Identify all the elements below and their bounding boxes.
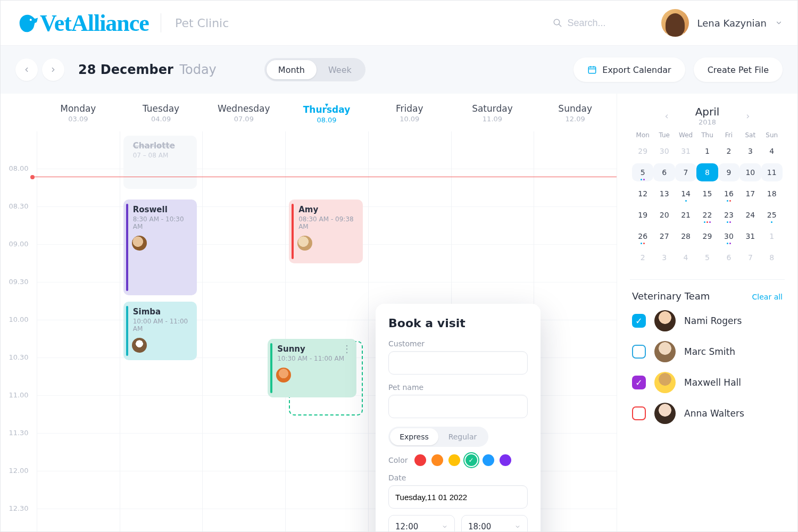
mini-cal-day[interactable]: 31 <box>739 227 761 245</box>
mini-cal-day[interactable]: 11 <box>761 163 783 181</box>
mini-cal-day[interactable]: 30 <box>653 142 675 160</box>
event-simba[interactable]: Simba10:00 AM - 11:00 AM <box>123 302 197 360</box>
event-amy[interactable]: Amy08:30 AM - 09:38 AM <box>289 200 363 263</box>
mini-cal-day[interactable]: 22 <box>696 206 718 224</box>
mini-cal-day[interactable]: 3 <box>653 248 675 267</box>
team-checkbox[interactable] <box>632 345 646 359</box>
mini-cal-day[interactable]: 21 <box>675 206 696 224</box>
mini-cal-day[interactable]: 31 <box>675 142 696 160</box>
mini-cal-day[interactable]: 26 <box>632 227 653 245</box>
mini-cal-day[interactable]: 2 <box>718 142 739 160</box>
prev-button[interactable] <box>15 59 38 81</box>
day-column-header[interactable]: Monday03.09 <box>37 94 120 131</box>
mini-cal-day[interactable]: 20 <box>653 206 675 224</box>
petname-input[interactable] <box>388 395 528 418</box>
mini-cal-day[interactable]: 6 <box>718 248 739 267</box>
mini-cal-next[interactable]: › <box>746 110 750 121</box>
dog-icon <box>15 11 40 35</box>
mini-cal-day[interactable]: 16 <box>718 185 739 203</box>
mini-cal-day[interactable]: 29 <box>696 227 718 245</box>
color-red[interactable] <box>414 454 426 466</box>
day-column-header[interactable]: Wednesday07.09 <box>202 94 285 131</box>
day-column[interactable]: Charlotte07 – 08 AMRoswell8:30 AM - 10:3… <box>120 131 203 532</box>
team-member: Maxwell Hall <box>632 372 783 393</box>
color-blue[interactable] <box>483 454 494 466</box>
event-roswell[interactable]: Roswell8:30 AM - 10:30 AM <box>123 200 197 295</box>
create-pet-file-button[interactable]: Create Pet File <box>694 57 783 82</box>
color-yellow[interactable] <box>448 454 460 466</box>
team-checkbox[interactable] <box>632 406 646 420</box>
mini-cal-day[interactable]: 6 <box>653 163 675 181</box>
team-checkbox[interactable] <box>632 376 646 389</box>
mini-cal-day[interactable]: 19 <box>632 206 653 224</box>
mini-cal-day[interactable]: 8 <box>696 163 718 181</box>
mini-cal-day[interactable]: 8 <box>761 248 783 267</box>
mini-cal-prev[interactable]: ‹ <box>664 110 668 121</box>
day-column[interactable] <box>202 131 285 532</box>
mini-cal-day[interactable]: 13 <box>653 185 675 203</box>
divider <box>630 279 785 280</box>
event-charlotte[interactable]: Charlotte07 – 08 AM <box>123 136 197 189</box>
mini-cal-day[interactable]: 27 <box>653 227 675 245</box>
mini-cal-day[interactable]: 15 <box>696 185 718 203</box>
mini-cal-day[interactable]: 1 <box>761 227 783 245</box>
date-input[interactable] <box>388 485 528 509</box>
mini-cal-day[interactable]: 24 <box>739 206 761 224</box>
next-button[interactable] <box>42 59 64 81</box>
day-column[interactable] <box>37 131 120 532</box>
export-calendar-button[interactable]: Export Calendar <box>573 57 685 82</box>
mini-cal-day[interactable]: 12 <box>632 185 653 203</box>
mini-cal-year: 2018 <box>695 118 720 126</box>
mini-cal-day[interactable]: 10 <box>739 163 761 181</box>
view-week[interactable]: Week <box>317 60 363 79</box>
visit-type-regular[interactable]: Regular <box>438 428 487 445</box>
time-to-select[interactable]: 18:00 <box>461 515 528 532</box>
day-column-header[interactable]: Tuesday04.09 <box>120 94 203 131</box>
day-column-header[interactable]: Friday10.09 <box>368 94 451 131</box>
mini-cal-day[interactable]: 9 <box>718 163 739 181</box>
mini-cal-day[interactable]: 7 <box>675 163 696 181</box>
calendar-icon <box>587 65 597 74</box>
event-sunny[interactable]: ⋮Sunny10:30 AM - 11:00 AM <box>268 339 356 397</box>
mini-cal-day[interactable]: 25 <box>761 206 783 224</box>
search-input-wrap[interactable] <box>553 18 647 29</box>
profile-menu[interactable]: Lena Kazynian <box>661 9 783 37</box>
label-petname: Pet name <box>388 383 528 392</box>
team-member: Nami Rogers <box>632 310 783 331</box>
mini-cal-day[interactable]: 1 <box>696 142 718 160</box>
mini-cal-day[interactable]: 17 <box>739 185 761 203</box>
day-column-header[interactable]: Saturday11.09 <box>451 94 534 131</box>
day-column[interactable]: Amy08:30 AM - 09:38 AM⋮Sunny10:30 AM - 1… <box>285 131 368 532</box>
team-heading: Veterinary Team <box>632 290 710 302</box>
mini-cal-day[interactable]: 30 <box>718 227 739 245</box>
mini-cal-day[interactable]: 28 <box>675 227 696 245</box>
svg-line-2 <box>559 24 561 27</box>
mini-cal-day[interactable]: 4 <box>761 142 783 160</box>
day-column-header[interactable]: Thursday08.09 <box>285 94 368 131</box>
mini-cal-day[interactable]: 23 <box>718 206 739 224</box>
color-orange[interactable] <box>431 454 443 466</box>
mini-cal-day[interactable]: 29 <box>632 142 653 160</box>
avatar <box>654 372 676 393</box>
customer-input[interactable] <box>388 351 528 375</box>
day-column-header[interactable]: Sunday12.09 <box>534 94 617 131</box>
visit-type-express[interactable]: Express <box>390 428 438 445</box>
mini-cal-day[interactable]: 4 <box>675 248 696 267</box>
team-checkbox[interactable] <box>632 314 646 328</box>
mini-cal-day[interactable]: 18 <box>761 185 783 203</box>
view-month[interactable]: Month <box>267 60 317 79</box>
color-violet[interactable] <box>500 454 511 466</box>
mini-cal-day[interactable]: 7 <box>739 248 761 267</box>
mini-cal-day[interactable]: 5 <box>696 248 718 267</box>
mini-cal-day[interactable]: 2 <box>632 248 653 267</box>
mini-cal-day[interactable]: 3 <box>739 142 761 160</box>
search-input[interactable] <box>568 18 647 29</box>
color-teal[interactable] <box>466 454 477 466</box>
clear-all-link[interactable]: Clear all <box>752 293 783 301</box>
day-header: Monday03.09Tuesday04.09Wednesday07.09Thu… <box>1 94 617 131</box>
day-column[interactable] <box>534 131 617 532</box>
time-from-select[interactable]: 12:00 <box>388 515 455 532</box>
more-icon[interactable]: ⋮ <box>342 343 352 354</box>
mini-cal-day[interactable]: 5 <box>632 163 653 181</box>
mini-cal-day[interactable]: 14 <box>675 185 696 203</box>
